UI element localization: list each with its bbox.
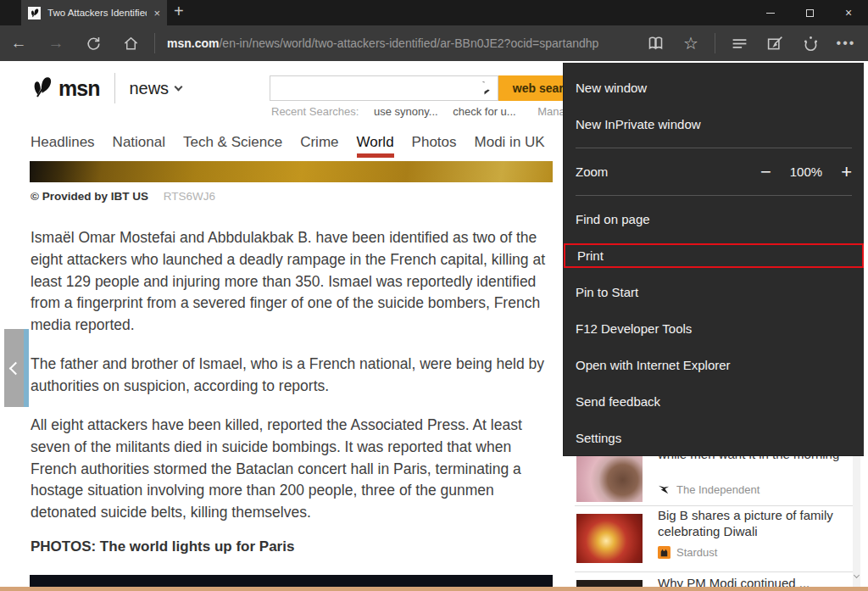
menu-item-f12-developer-tools[interactable]: F12 Developer Tools bbox=[564, 310, 864, 347]
more-actions-button[interactable]: ••• bbox=[829, 36, 863, 51]
menu-item-settings[interactable]: Settings bbox=[564, 420, 864, 456]
photo-caption-copyright: © Provided by IBT US bbox=[31, 190, 148, 203]
msn-logo-text: msn bbox=[58, 76, 99, 101]
menu-item-pin-to-start[interactable]: Pin to Start bbox=[564, 274, 864, 310]
scrollbar-down-arrow[interactable] bbox=[853, 573, 860, 583]
nav-item-world[interactable]: World bbox=[357, 134, 394, 158]
divider bbox=[576, 195, 852, 196]
tab-title: Two Attackers Identified bbox=[47, 8, 147, 18]
photo-caption-code: RTS6WJ6 bbox=[164, 190, 215, 203]
url-domain: msn.com bbox=[167, 36, 219, 50]
new-tab-button[interactable]: + bbox=[174, 2, 184, 21]
article-paragraph: Ismaël Omar Mostefai and Abbdulakbak B. … bbox=[31, 227, 556, 337]
tab-close-icon[interactable]: × bbox=[153, 7, 160, 20]
story-headline[interactable]: Big B shares a picture of family celebra… bbox=[658, 507, 853, 539]
divider bbox=[575, 505, 854, 506]
photo-caption: © Provided by IBT US RTS6WJ6 bbox=[31, 190, 215, 203]
favorites-button[interactable]: ☆ bbox=[674, 33, 708, 53]
article-paragraph: The father and brother of Ismael, who is… bbox=[31, 354, 556, 398]
independent-eagle-icon bbox=[658, 483, 670, 496]
menu-item-send-feedback[interactable]: Send feedback bbox=[564, 383, 864, 420]
share-icon bbox=[802, 35, 820, 53]
previous-article-button[interactable] bbox=[4, 329, 24, 407]
address-bar: ← → msn.com/en-in/news/world/two-attacke… bbox=[0, 25, 868, 61]
menu-item-open-with-internet-explorer[interactable]: Open with Internet Explorer bbox=[564, 347, 864, 383]
menu-item-new-inprivate-window[interactable]: New InPrivate window bbox=[564, 106, 864, 142]
msn-favicon-icon bbox=[28, 7, 41, 20]
section-dropdown[interactable]: news bbox=[129, 79, 169, 98]
maximize-button[interactable] bbox=[790, 0, 829, 25]
recent-searches-label: Recent Searches: bbox=[271, 105, 359, 118]
story-thumbnail[interactable] bbox=[576, 453, 643, 502]
bing-icon bbox=[473, 75, 498, 101]
menu-item-zoom: Zoom − 100% + bbox=[564, 153, 864, 190]
book-icon bbox=[647, 35, 665, 53]
web-note-button[interactable] bbox=[758, 35, 792, 53]
story-thumbnail[interactable] bbox=[576, 514, 643, 563]
divider bbox=[576, 148, 852, 148]
more-menu: New window New InPrivate window Zoom − 1… bbox=[563, 63, 864, 456]
menu-item-print[interactable]: Print bbox=[564, 243, 864, 268]
previous-article-accent bbox=[24, 329, 29, 407]
msn-butterfly-icon bbox=[30, 75, 55, 101]
browser-window: msn news web search Recent Searches: use… bbox=[0, 0, 868, 591]
title-bar: Two Attackers Identified × + × bbox=[0, 0, 868, 25]
chevron-left-icon bbox=[9, 361, 23, 375]
nav-item-photos[interactable]: Photos bbox=[412, 134, 457, 158]
browser-tab[interactable]: Two Attackers Identified × bbox=[21, 0, 167, 25]
nav-item-national[interactable]: National bbox=[113, 134, 165, 158]
window-border bbox=[0, 587, 868, 591]
maximize-icon bbox=[806, 9, 814, 17]
close-button[interactable]: × bbox=[829, 0, 868, 25]
story-source: The Independent bbox=[658, 483, 760, 496]
article-photo bbox=[30, 161, 553, 182]
reading-list-button[interactable] bbox=[638, 35, 672, 53]
hub-lines-icon bbox=[731, 35, 748, 53]
article-paragraph: All eight attackers have been killed, re… bbox=[31, 415, 556, 524]
chevron-down-icon bbox=[175, 83, 183, 92]
nav-item-headlines[interactable]: Headlines bbox=[31, 134, 95, 158]
logo-separator bbox=[114, 73, 115, 103]
recent-search-1[interactable]: use synony... bbox=[374, 105, 438, 118]
divider bbox=[154, 33, 155, 53]
share-button[interactable] bbox=[793, 35, 827, 53]
divider bbox=[575, 571, 854, 572]
divider bbox=[715, 33, 715, 53]
menu-item-new-window[interactable]: New window bbox=[564, 70, 864, 106]
url-path: /en-in/news/world/two-attackers-identifi… bbox=[219, 36, 598, 50]
sidebar-scrollbar[interactable] bbox=[853, 455, 860, 587]
zoom-value: 100% bbox=[790, 164, 822, 179]
photos-link-heading[interactable]: PHOTOS: The world lights up for Paris bbox=[31, 538, 294, 555]
nav-item-tech-science[interactable]: Tech & Science bbox=[183, 134, 282, 158]
home-icon bbox=[123, 36, 139, 52]
close-icon: × bbox=[845, 6, 852, 20]
minimize-icon bbox=[766, 13, 775, 14]
hub-button[interactable] bbox=[722, 35, 756, 53]
minimize-button[interactable] bbox=[751, 0, 790, 25]
forward-button[interactable]: → bbox=[37, 34, 75, 53]
stardust-icon bbox=[658, 546, 670, 559]
back-button[interactable]: ← bbox=[0, 34, 37, 53]
zoom-out-button[interactable]: − bbox=[760, 168, 771, 176]
refresh-icon bbox=[86, 36, 102, 52]
story-source: Stardust bbox=[658, 546, 717, 559]
recent-search-2[interactable]: check for u... bbox=[453, 105, 515, 118]
home-button[interactable] bbox=[112, 34, 149, 53]
nav-item-modi-in-uk[interactable]: Modi in UK bbox=[475, 134, 545, 158]
nav-item-crime[interactable]: Crime bbox=[300, 134, 338, 158]
news-nav: Headlines National Tech & Science Crime … bbox=[31, 134, 637, 158]
url-field[interactable]: msn.com/en-in/news/world/two-attackers-i… bbox=[160, 36, 638, 50]
msn-logo[interactable]: msn news bbox=[30, 73, 181, 103]
refresh-button[interactable] bbox=[75, 34, 112, 53]
menu-item-find-on-page[interactable]: Find on page bbox=[564, 201, 864, 237]
zoom-label: Zoom bbox=[576, 164, 608, 179]
web-note-icon bbox=[766, 35, 784, 53]
search-input[interactable] bbox=[270, 75, 473, 101]
zoom-in-button[interactable]: + bbox=[841, 168, 852, 176]
